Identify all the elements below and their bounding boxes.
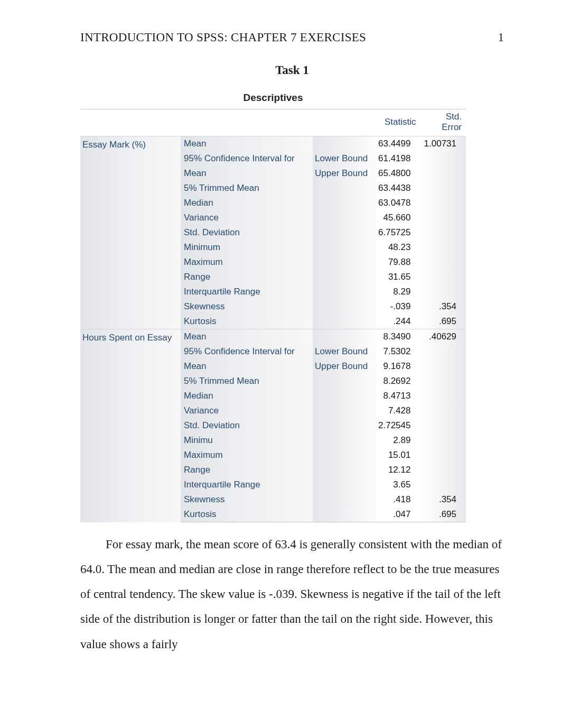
stat-label: Mean — [181, 166, 313, 181]
stat-label: Maximum — [181, 255, 313, 270]
stderror-value: .40629 — [420, 329, 466, 345]
stderror-value: .695 — [420, 314, 466, 329]
bound-label: Upper Bound — [313, 359, 376, 374]
statistic-value: 61.4198 — [376, 151, 420, 166]
stat-label: Range — [181, 463, 313, 477]
descriptives-section: Descriptives Statistic Std. Error Essay … — [80, 92, 466, 522]
bound-label — [313, 433, 376, 448]
stat-label: Skewness — [181, 299, 313, 314]
statistic-value: 65.4800 — [376, 166, 420, 181]
stderror-value — [420, 270, 466, 284]
body-paragraph: For essay mark, the mean score of 63.4 i… — [80, 532, 504, 657]
statistic-value: .047 — [376, 507, 420, 522]
stderror-value — [420, 403, 466, 418]
statistic-value: 6.75725 — [376, 225, 420, 240]
stat-label: Mean — [181, 136, 313, 152]
bound-label: Lower Bound — [313, 151, 376, 166]
bound-label: Upper Bound — [313, 166, 376, 181]
bound-label — [313, 181, 376, 196]
bound-label — [313, 418, 376, 433]
statistic-value: .418 — [376, 492, 420, 507]
stderror-value — [420, 284, 466, 299]
bound-label — [313, 210, 376, 225]
stat-label: Minimum — [181, 240, 313, 255]
stat-label: Mean — [181, 329, 313, 345]
statistic-value: 8.2692 — [376, 374, 420, 389]
stderror-value — [420, 240, 466, 255]
table-row: Hours Spent on EssayMean8.3490.40629 — [80, 329, 466, 345]
statistic-value: 8.3490 — [376, 329, 420, 345]
statistic-value: 63.0478 — [376, 196, 420, 210]
statistic-value: 8.4713 — [376, 389, 420, 403]
bound-label — [313, 255, 376, 270]
page-header: INTRODUCTION TO SPSS: CHAPTER 7 EXERCISE… — [80, 31, 504, 44]
stat-label: Maximum — [181, 448, 313, 463]
table-header-blank2 — [181, 109, 313, 136]
stderror-value — [420, 196, 466, 210]
stderror-value — [420, 181, 466, 196]
table-row: Essay Mark (%)Mean63.44991.00731 — [80, 136, 466, 152]
bound-label — [313, 270, 376, 284]
bound-label: Lower Bound — [313, 344, 376, 359]
statistic-value: -.039 — [376, 299, 420, 314]
statistic-value: 7.428 — [376, 403, 420, 418]
bound-label — [313, 299, 376, 314]
variable-name: Essay Mark (%) — [80, 136, 181, 329]
statistic-value: 2.89 — [376, 433, 420, 448]
statistic-value: 63.4438 — [376, 181, 420, 196]
bound-label — [313, 403, 376, 418]
stderror-value — [420, 448, 466, 463]
table-header-blank1 — [80, 109, 181, 136]
stat-label: 95% Confidence Interval for — [181, 151, 313, 166]
stat-label: Kurtosis — [181, 507, 313, 522]
stderror-value — [420, 374, 466, 389]
bound-label — [313, 136, 376, 152]
stderror-value — [420, 255, 466, 270]
stat-label: 5% Trimmed Mean — [181, 374, 313, 389]
table-header-statistic: Statistic — [376, 109, 420, 136]
stderror-value — [420, 477, 466, 492]
bound-label — [313, 314, 376, 329]
descriptives-table: Statistic Std. Error Essay Mark (%)Mean6… — [80, 109, 466, 522]
bound-label — [313, 284, 376, 299]
statistic-value: 63.4499 — [376, 136, 420, 152]
stderror-value — [420, 344, 466, 359]
running-head: INTRODUCTION TO SPSS: CHAPTER 7 EXERCISE… — [80, 31, 366, 44]
bound-label — [313, 389, 376, 403]
bound-label — [313, 329, 376, 345]
statistic-value: 15.01 — [376, 448, 420, 463]
stat-label: Mean — [181, 359, 313, 374]
stderror-value — [420, 225, 466, 240]
statistic-value: 7.5302 — [376, 344, 420, 359]
statistic-value: .244 — [376, 314, 420, 329]
table-title: Descriptives — [80, 92, 466, 104]
stat-label: Median — [181, 196, 313, 210]
task-title: Task 1 — [80, 63, 504, 77]
bound-label — [313, 507, 376, 522]
stat-label: 95% Confidence Interval for — [181, 344, 313, 359]
stat-label: Range — [181, 270, 313, 284]
statistic-value: 8.29 — [376, 284, 420, 299]
bound-label — [313, 196, 376, 210]
stderror-value — [420, 389, 466, 403]
statistic-value: 9.1678 — [376, 359, 420, 374]
stat-label: Interquartile Range — [181, 477, 313, 492]
statistic-value: 79.88 — [376, 255, 420, 270]
page-number: 1 — [498, 31, 504, 44]
stderror-value: 1.00731 — [420, 136, 466, 152]
statistic-value: 45.660 — [376, 210, 420, 225]
bound-label — [313, 240, 376, 255]
bound-label — [313, 448, 376, 463]
statistic-value: 12.12 — [376, 463, 420, 477]
bound-label — [313, 492, 376, 507]
stat-label: 5% Trimmed Mean — [181, 181, 313, 196]
table-header-blank3 — [313, 109, 376, 136]
stat-label: Median — [181, 389, 313, 403]
stat-label: Variance — [181, 210, 313, 225]
bound-label — [313, 463, 376, 477]
stderror-value: .695 — [420, 507, 466, 522]
statistic-value: 31.65 — [376, 270, 420, 284]
statistic-value: 48.23 — [376, 240, 420, 255]
stderror-value — [420, 359, 466, 374]
stat-label: Std. Deviation — [181, 225, 313, 240]
